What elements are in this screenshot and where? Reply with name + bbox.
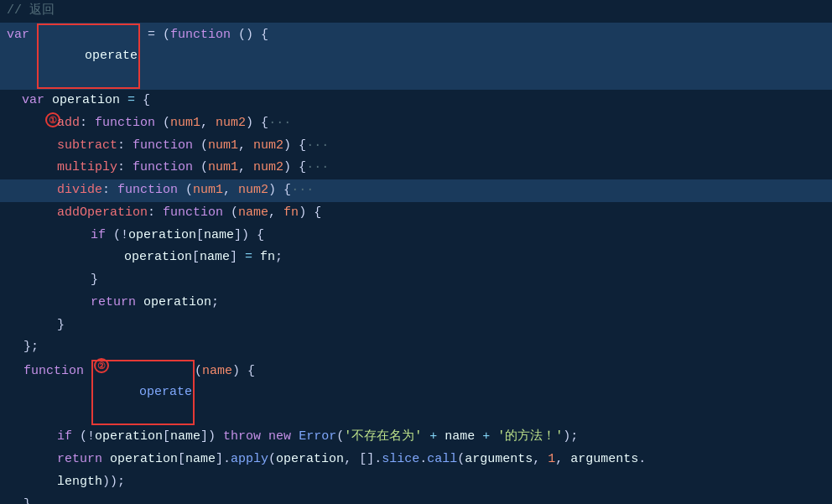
highlight-operate-2: operate [91,360,195,425]
code-line-18: } [0,494,832,505]
code-line-5: multiply : function ( num1 , num2 ) { ··… [0,157,832,179]
code-line-17: length )); [0,471,832,494]
code-line-comment: // 返回 [0,0,832,23]
code-line-6: divide : function ( num1 , num2 ) { ··· [0,179,832,202]
code-line-1: var operate = ( function () { [0,23,832,90]
code-line-3: add : function ( num1 , num2 ) { ··· [0,112,832,135]
code-line-9: operation [ name ] = fn ; [0,247,832,269]
code-line-13: }; ② [0,336,832,359]
code-line-4: subtract : function ( num1 , num2 ) { ··… [0,135,832,158]
code-line-12: } [0,314,832,337]
comment-text: // 返回 [7,1,55,22]
highlight-operate-1: operate [37,23,140,89]
code-line-14: function operate ( name ) { [0,359,832,426]
code-line-10: } [0,269,832,292]
code-line-7: addOperation : function ( name , fn ) { [0,202,832,225]
code-line-15: if (! operation [ name ]) throw new Erro… [0,426,832,449]
code-line-11: return operation ; [0,292,832,314]
code-line-8: if (! operation [ name ]) { [0,225,832,247]
code-line-2: ① var operation = { [0,90,832,112]
code-editor: // 返回 var operate = ( function () { ① va… [0,0,832,504]
code-line-16: return operation [ name ]. apply ( opera… [0,449,832,471]
